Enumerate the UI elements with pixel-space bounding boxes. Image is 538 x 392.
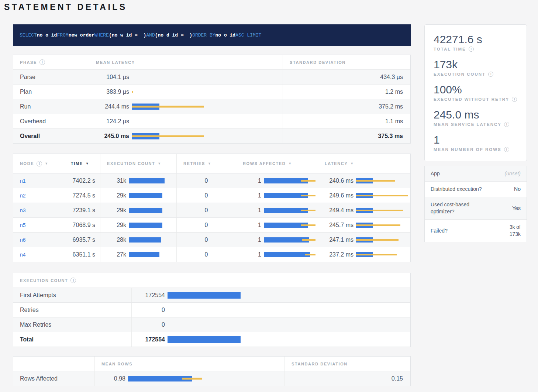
execution-count-header-cell[interactable]: EXECUTION COUNT ▼ (100, 154, 176, 173)
summary-metric-label: EXECUTED WITHOUT RETRYi (434, 97, 518, 102)
info-icon[interactable]: i (504, 147, 509, 152)
sort-caret-icon[interactable]: ▼ (288, 162, 292, 165)
node-link[interactable]: n6 (20, 237, 26, 243)
bar-chart (129, 251, 176, 258)
bar-stdev-whisker (132, 91, 133, 93)
phase-stdev-cell: 1.1 ms (283, 114, 410, 128)
time-header-cell[interactable]: TIME ▼ (64, 154, 100, 173)
node-cell: n4 (13, 247, 64, 262)
info-icon[interactable]: i (512, 97, 517, 102)
bar-chart (129, 221, 176, 229)
phase-header-label: PHASE (20, 60, 37, 65)
sort-caret-icon[interactable]: ▼ (45, 162, 48, 165)
node-cell: n6 (13, 233, 64, 247)
execution-count-total-value: 0 (132, 307, 165, 313)
latency-value: 245.7 ms (325, 222, 354, 228)
execution-count-title: EXECUTION COUNT (20, 278, 68, 283)
bar-mean (168, 292, 241, 299)
latency-value: 247.1 ms (325, 237, 354, 243)
phase-mean-latency-cell: 104.1 µs (89, 70, 283, 84)
execution-count-label-cell: Total (13, 332, 131, 347)
info-icon[interactable]: i (70, 278, 76, 283)
bar-stdev-whisker (302, 239, 315, 241)
node-cell: n1 (13, 173, 64, 188)
execution-count-value-cell: 172554 (131, 288, 410, 302)
sql-identifier: no_o_id (37, 33, 57, 38)
phase-table-row: Parse104.1 µs434.3 µs (13, 69, 410, 84)
value-with-bar: 1 (243, 251, 318, 258)
sort-caret-icon[interactable]: ▼ (350, 162, 354, 165)
node-table-row: n27274.5 s29k01249.6 ms (13, 188, 410, 203)
bar-stdev-whisker (182, 378, 202, 379)
statement-attributes-table: App(unset)Distributed execution?NoUsed c… (424, 166, 527, 242)
sql-keyword: WHERE (94, 33, 109, 38)
rows-affected-table: MEAN ROWS STANDARD DEVIATION Rows Affect… (13, 356, 411, 386)
summary-metric-value: 245.0 ms (434, 108, 518, 121)
value-with-bar: 31k (107, 177, 176, 185)
mean-rows-header-cell: MEAN ROWS (94, 357, 284, 371)
info-icon[interactable]: i (469, 47, 474, 52)
value-with-bar: 249.4 ms (325, 207, 410, 214)
mean-latency-header-label: MEAN LATENCY (96, 60, 135, 65)
execution-count-value: 28k (107, 237, 126, 243)
info-icon[interactable]: i (488, 72, 493, 77)
sql-keyword: FROM (57, 33, 68, 38)
sql-statement: SELECT no_o_id FROM new_order WHERE (no_… (13, 24, 411, 46)
info-icon[interactable]: i (504, 122, 509, 127)
phase-table-row: Run244.4 ms375.2 ms (13, 99, 410, 114)
node-link[interactable]: n4 (20, 252, 26, 258)
mean-latency-value: 244.4 ms (96, 103, 129, 110)
node-table-header-row: NODE i ▼ TIME ▼ EXECUTION COUNT ▼ RETRIE… (13, 154, 410, 173)
value-with-bar: 1 (243, 192, 318, 199)
bar-chart (356, 251, 410, 258)
retries-header-cell[interactable]: RETRIES ▼ (176, 154, 236, 173)
phase-name-cell: Run (13, 99, 89, 114)
attribute-label: Distributed execution? (425, 182, 492, 197)
summary-metric-label: TOTAL TIMEi (434, 47, 518, 52)
bar-stdev-whisker (301, 180, 315, 182)
attribute-label: Failed? (425, 220, 492, 242)
node-link[interactable]: n3 (20, 207, 26, 213)
info-icon[interactable]: i (39, 59, 45, 65)
value-with-bar: 247.1 ms (325, 236, 410, 244)
value-with-bar: 1 (243, 207, 318, 214)
bar-chart (168, 292, 410, 299)
sort-caret-icon[interactable]: ▼ (86, 162, 89, 165)
bar-stdev-whisker (132, 106, 204, 107)
info-icon[interactable]: i (37, 161, 42, 166)
latency-header-cell[interactable]: LATENCY ▼ (318, 154, 410, 173)
mean-latency-value: 383.9 µs (96, 89, 129, 95)
node-link[interactable]: n2 (20, 193, 26, 199)
bar-chart (128, 375, 284, 382)
node-header-cell[interactable]: NODE i ▼ (13, 154, 64, 173)
rows-affected-header-cell[interactable]: ROWS AFFECTED ▼ (236, 154, 318, 173)
bar-chart (129, 177, 176, 185)
node-rows-affected-cell: 1 (236, 188, 318, 203)
phase-name-cell: Overall (13, 129, 89, 143)
value-with-bar: 383.9 µs (96, 88, 283, 96)
node-execution-count-cell: 29k (100, 188, 176, 203)
execution-count-total-value: 172554 (132, 292, 165, 299)
node-execution-count-cell: 29k (100, 218, 176, 232)
summary-metric-label-text: TOTAL TIME (434, 47, 466, 51)
bar-stdev-whisker (356, 210, 403, 211)
sql-identifier: (no_w_id = _) (109, 33, 146, 38)
main-content: SELECT no_o_id FROM new_order WHERE (no_… (13, 24, 411, 386)
sql-keyword: ASC LIMIT (235, 33, 261, 38)
phase-name-cell: Overhead (13, 114, 89, 128)
statement-details-page: STATEMENT DETAILS SELECT no_o_id FROM ne… (0, 0, 538, 392)
sort-caret-icon[interactable]: ▼ (208, 162, 211, 165)
node-header-label: NODE (20, 161, 34, 166)
summary-metric: 100%EXECUTED WITHOUT RETRYi (434, 83, 518, 102)
bar-stdev-whisker (305, 254, 315, 255)
sort-caret-icon[interactable]: ▼ (158, 162, 161, 165)
bar-stdev-whisker (356, 239, 399, 241)
node-table-row: n37239.1 s29k01249.4 ms (13, 203, 410, 217)
bar-chart (264, 207, 318, 214)
value-with-bar: 1 (243, 236, 318, 244)
bar-chart (168, 306, 410, 314)
execution-count-value: 31k (107, 178, 126, 184)
execution-count-row: Total172554 (13, 332, 410, 347)
node-link[interactable]: n5 (20, 222, 26, 228)
node-link[interactable]: n1 (20, 178, 26, 184)
